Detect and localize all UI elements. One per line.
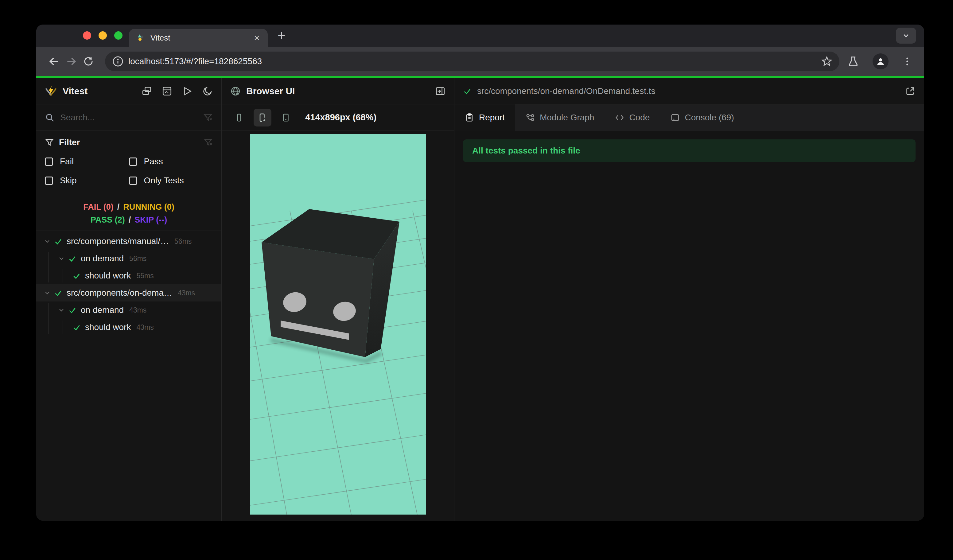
info-icon[interactable] <box>112 55 124 68</box>
checkbox[interactable] <box>129 177 137 185</box>
app-preview-viewport[interactable] <box>250 134 426 515</box>
test-file-label: src/components/on-dema… <box>67 288 172 298</box>
browser-window: Vitest × + <box>36 25 924 521</box>
test-case-row[interactable]: should work 43ms <box>36 319 221 336</box>
browser-ui-title: Browser UI <box>246 86 295 96</box>
tab-label: Report <box>479 113 505 123</box>
pass-count: PASS (2) <box>90 215 125 225</box>
tab-search-button[interactable] <box>896 28 916 43</box>
close-window-button[interactable] <box>83 31 91 40</box>
chevron-down-icon <box>902 31 910 40</box>
search-row <box>36 104 221 131</box>
test-duration: 56ms <box>129 254 146 263</box>
pass-check-icon <box>54 237 62 246</box>
minimize-window-button[interactable] <box>99 31 107 40</box>
test-suite-label: on demand <box>81 305 124 315</box>
browser-tab-strip: Vitest × + <box>36 25 924 47</box>
funnel-x-icon[interactable] <box>203 138 213 147</box>
window-controls <box>83 31 123 40</box>
tab-code[interactable]: Code <box>605 104 660 131</box>
test-case-row[interactable]: should work 55ms <box>36 267 221 284</box>
device-phone-plus-button[interactable] <box>254 109 272 127</box>
kebab-menu-icon[interactable] <box>902 56 913 67</box>
chevron-down-icon[interactable] <box>58 255 65 262</box>
browser-toolbar: localhost:5173/#/?file=1828625563 <box>36 47 924 76</box>
tab-report[interactable]: Report <box>455 104 515 131</box>
phone-small-icon <box>234 113 244 122</box>
maximize-window-button[interactable] <box>114 31 123 40</box>
skip-count: SKIP (--) <box>135 215 167 225</box>
bookmark-star-icon[interactable] <box>821 56 833 67</box>
test-suite-label: on demand <box>81 254 124 264</box>
run-summary: FAIL (0)/RUNNING (0) PASS (2)/SKIP (--) <box>36 196 221 231</box>
dashboard-icon[interactable] <box>162 86 172 96</box>
tablet-icon <box>281 113 290 122</box>
filter-checkbox-only-tests[interactable]: Only Tests <box>129 175 213 185</box>
browser-ui-panel: Browser UI <box>222 78 455 521</box>
profile-button[interactable] <box>872 53 889 70</box>
browser-tab[interactable]: Vitest × <box>129 29 268 47</box>
test-case-label: should work <box>85 271 131 281</box>
tab-title: Vitest <box>151 33 248 43</box>
phone-plus-icon <box>258 113 267 123</box>
funnel-x-icon[interactable] <box>203 113 213 123</box>
console-icon <box>671 113 680 122</box>
checkbox[interactable] <box>129 158 137 166</box>
filter-checkbox-skip[interactable]: Skip <box>45 175 129 185</box>
viewport-size-label: 414x896px (68%) <box>305 112 376 123</box>
filter-label: Pass <box>144 157 163 166</box>
filter-label: Skip <box>60 175 76 185</box>
new-tab-button[interactable]: + <box>278 28 286 43</box>
chevron-down-icon[interactable] <box>43 237 51 245</box>
external-link-icon[interactable] <box>905 86 916 96</box>
device-phone-small-button[interactable] <box>230 109 248 127</box>
back-button[interactable] <box>45 53 63 70</box>
toolbar-actions <box>847 53 913 70</box>
address-bar[interactable]: localhost:5173/#/?file=1828625563 <box>105 51 840 71</box>
url-text[interactable]: localhost:5173/#/?file=1828625563 <box>128 56 817 66</box>
play-icon[interactable] <box>182 86 192 96</box>
filter-checkbox-pass[interactable]: Pass <box>129 157 213 166</box>
reload-icon <box>83 56 94 67</box>
overlap-windows-icon[interactable] <box>141 86 152 96</box>
checkbox[interactable] <box>45 158 53 166</box>
panel-right-icon[interactable] <box>435 86 445 96</box>
filter-options: Fail Pass Skip Only Tests <box>45 157 213 185</box>
test-duration: 55ms <box>136 272 154 280</box>
checkbox[interactable] <box>45 177 53 185</box>
tab-close-icon[interactable]: × <box>254 33 260 43</box>
search-input[interactable] <box>60 113 197 123</box>
test-suite-row[interactable]: on demand 43ms <box>36 301 221 319</box>
sidebar-actions <box>141 86 213 96</box>
report-header: src/components/on-demand/OnDemand.test.t… <box>455 78 924 104</box>
code-icon <box>615 113 624 122</box>
chevron-down-icon[interactable] <box>58 306 65 314</box>
profile-icon <box>875 56 886 67</box>
tree-indent-guide <box>63 321 63 334</box>
device-tablet-button[interactable] <box>277 109 295 127</box>
tab-module-graph[interactable]: Module Graph <box>515 104 605 131</box>
test-file-path: src/components/on-demand/OnDemand.test.t… <box>477 86 655 96</box>
filter-section: Filter Fail Pass <box>36 131 221 196</box>
reload-button[interactable] <box>80 53 97 70</box>
tree-indent-guide <box>63 269 63 282</box>
test-duration: 43ms <box>178 289 195 297</box>
forward-icon <box>65 56 77 67</box>
forward-button[interactable] <box>63 53 80 70</box>
moon-icon[interactable] <box>202 86 213 96</box>
test-file-row[interactable]: src/components/manual/… 56ms <box>36 233 221 250</box>
test-suite-row[interactable]: on demand 56ms <box>36 250 221 267</box>
filter-checkbox-fail[interactable]: Fail <box>45 157 129 166</box>
pass-check-icon <box>73 323 81 332</box>
test-file-row-selected[interactable]: src/components/on-dema… 43ms <box>36 284 221 301</box>
browser-ui-header: Browser UI <box>222 78 454 104</box>
tab-label: Console (69) <box>684 113 734 123</box>
chevron-down-icon[interactable] <box>43 289 51 296</box>
flask-icon[interactable] <box>847 56 859 67</box>
tab-console[interactable]: Console (69) <box>660 104 744 131</box>
filter-title: Filter <box>59 138 80 147</box>
app-title: Vitest <box>63 86 87 96</box>
all-tests-passed-banner: All tests passed in this file <box>463 140 916 162</box>
vitest-favicon-icon <box>137 34 145 42</box>
fail-count: FAIL (0) <box>83 202 113 211</box>
